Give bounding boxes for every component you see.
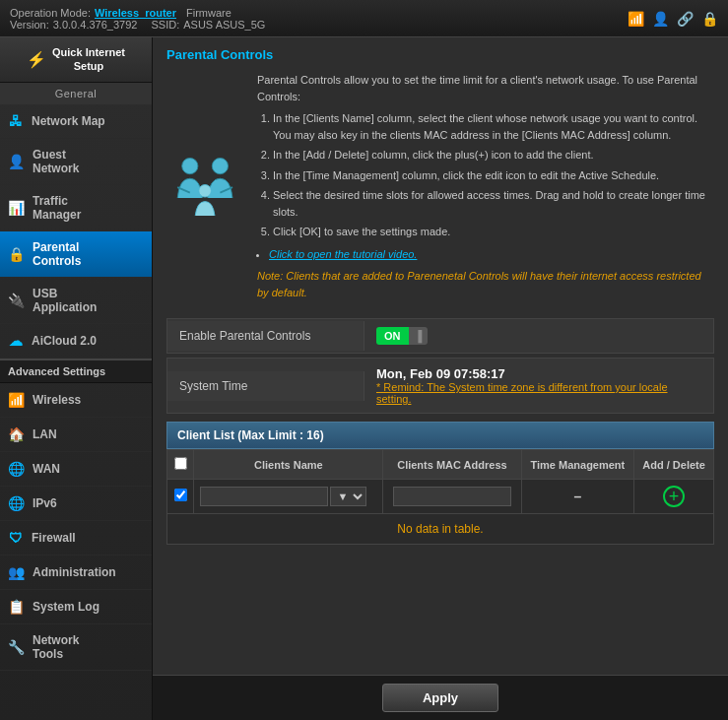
advanced-settings-header: Advanced Settings xyxy=(0,359,152,383)
signal-icon[interactable]: 📶 xyxy=(628,11,644,27)
info-section: Parental Controls allow you to set the t… xyxy=(166,72,714,306)
sidebar-item-wireless[interactable]: 📶 Wireless xyxy=(0,383,152,418)
usb-icon: 🔌 xyxy=(8,293,25,308)
no-data-cell: No data in table. xyxy=(167,514,714,545)
apply-button[interactable]: Apply xyxy=(382,684,498,712)
system-time-label: System Time xyxy=(167,371,364,401)
col-clients-mac: Clients MAC Address xyxy=(383,450,521,480)
col-add-delete: Add / Delete xyxy=(634,450,714,480)
user-icon[interactable]: 👤 xyxy=(652,11,669,27)
lock-icon[interactable]: 🔒 xyxy=(701,11,718,27)
col-time-mgmt: Time Management xyxy=(521,450,634,480)
sidebar-item-usb-application[interactable]: 🔌 USBApplication xyxy=(0,278,152,324)
note-text: Note: Clients that are added to Parenene… xyxy=(257,268,714,300)
sidebar-item-wan[interactable]: 🌐 WAN xyxy=(0,452,152,487)
steps-list: In the [Clients Name] column, select the… xyxy=(257,110,714,240)
step-1: In the [Clients Name] column, select the… xyxy=(273,110,714,143)
main-layout: ⚡ Quick InternetSetup General 🖧 Network … xyxy=(0,37,728,720)
time-mgmt-dash: – xyxy=(573,489,581,504)
sidebar-item-administration[interactable]: 👥 Administration xyxy=(0,556,152,590)
sidebar-item-label-usb: USBApplication xyxy=(33,287,97,314)
toggle-on-label[interactable]: ON xyxy=(376,327,409,345)
table-input-row: ▼ – + xyxy=(167,480,714,514)
info-text: Parental Controls allow you to set the t… xyxy=(257,72,714,306)
input-row-time-mgmt-cell: – xyxy=(521,480,634,514)
parental-controls-icon: 🔒 xyxy=(8,246,25,262)
row-checkbox[interactable] xyxy=(174,489,187,501)
network-active-icon[interactable]: 🔗 xyxy=(677,11,694,27)
sidebar-item-guest-network[interactable]: 👤 GuestNetwork xyxy=(0,139,152,185)
network-map-icon: 🖧 xyxy=(8,113,24,129)
client-table: Clients Name Clients MAC Address Time Ma… xyxy=(166,449,714,545)
intro-text: Parental Controls allow you to set the t… xyxy=(257,72,714,104)
tutorial-list: Click to open the tutorial video. xyxy=(257,246,714,263)
guest-network-icon: 👤 xyxy=(8,154,25,169)
svg-point-2 xyxy=(199,185,212,198)
sidebar-item-network-map[interactable]: 🖧 Network Map xyxy=(0,104,152,139)
client-name-input[interactable] xyxy=(200,487,328,506)
sidebar-item-label-parental-controls: ParentalControls xyxy=(33,240,81,268)
firewall-icon: 🛡 xyxy=(8,530,24,546)
sidebar-item-label-wan: WAN xyxy=(33,462,60,476)
client-name-dropdown[interactable]: ▼ xyxy=(330,487,366,506)
sidebar-item-aicloud[interactable]: ☁ AiCloud 2.0 xyxy=(0,324,152,359)
toggle-switch[interactable]: ON ▐ xyxy=(376,327,701,345)
sidebar-item-label-network-tools: NetworkTools xyxy=(33,633,79,661)
input-row-mac-cell xyxy=(383,480,521,514)
firmware-label: Firmware xyxy=(186,7,232,19)
version-value: 3.0.0.4.376_3792 xyxy=(53,19,138,31)
system-time-row: System Time Mon, Feb 09 07:58:17 * Remin… xyxy=(166,358,714,414)
select-all-checkbox[interactable] xyxy=(174,457,187,470)
sidebar-item-label-traffic-manager: TrafficManager xyxy=(33,194,81,222)
system-time-warning[interactable]: * Remind: The System time zone is differ… xyxy=(376,381,701,405)
enable-label: Enable Parental Controls xyxy=(167,321,364,351)
add-client-button[interactable]: + xyxy=(663,486,685,507)
sidebar-item-parental-controls[interactable]: 🔒 ParentalControls xyxy=(0,231,152,278)
input-row-add-cell: + xyxy=(634,480,714,514)
ssid-label: SSID: xyxy=(152,19,180,31)
version-label: Version: xyxy=(10,19,49,31)
tutorial-link[interactable]: Click to open the tutorial video. xyxy=(269,248,417,260)
aicloud-icon: ☁ xyxy=(8,333,24,349)
input-row-checkbox-cell xyxy=(167,480,194,514)
step-5: Click [OK] to save the settings made. xyxy=(273,224,714,240)
administration-icon: 👥 xyxy=(8,564,25,580)
sidebar-item-traffic-manager[interactable]: 📊 TrafficManager xyxy=(0,185,152,231)
ipv6-icon: 🌐 xyxy=(8,495,25,511)
sidebar-item-label-wireless: Wireless xyxy=(33,393,81,407)
wan-icon: 🌐 xyxy=(8,461,25,477)
content-inner: Parental Controls xyxy=(153,37,728,675)
quick-internet-setup-button[interactable]: ⚡ Quick InternetSetup xyxy=(0,37,152,83)
sidebar-item-label-firewall: Firewall xyxy=(32,531,76,545)
sidebar: ⚡ Quick InternetSetup General 🖧 Network … xyxy=(0,37,153,720)
table-header-row: Clients Name Clients MAC Address Time Ma… xyxy=(167,450,714,480)
sidebar-item-label-network-map: Network Map xyxy=(32,114,105,128)
sidebar-item-firewall[interactable]: 🛡 Firewall xyxy=(0,521,152,556)
network-tools-icon: 🔧 xyxy=(8,639,25,655)
sidebar-item-system-log[interactable]: 📋 System Log xyxy=(0,590,152,624)
content-area: Parental Controls xyxy=(153,37,728,720)
sidebar-item-lan[interactable]: 🏠 LAN xyxy=(0,418,152,452)
family-icon xyxy=(166,72,245,306)
system-time-display: Mon, Feb 09 07:58:17 xyxy=(376,366,701,381)
sidebar-item-network-tools[interactable]: 🔧 NetworkTools xyxy=(0,624,152,671)
input-row-name-cell: ▼ xyxy=(194,480,383,514)
sidebar-item-label-ipv6: IPv6 xyxy=(33,496,57,510)
no-data-row: No data in table. xyxy=(167,514,714,545)
enable-toggle: ON ▐ xyxy=(364,319,713,353)
toggle-off-slider[interactable]: ▐ xyxy=(409,327,429,345)
page-title: Parental Controls xyxy=(166,47,714,62)
step-3: In the [Time Management] column, click t… xyxy=(273,167,714,184)
sidebar-item-label-lan: LAN xyxy=(33,427,57,441)
sidebar-item-label-system-log: System Log xyxy=(33,600,99,614)
ssid-value: ASUS ASUS_5G xyxy=(183,19,265,31)
operation-mode-label: Operation Mode: xyxy=(10,7,91,19)
quick-setup-label: Quick InternetSetup xyxy=(52,45,125,74)
client-mac-input[interactable] xyxy=(393,487,511,506)
header-icons: 📶 👤 🔗 🔒 xyxy=(628,11,718,27)
name-input-container: ▼ xyxy=(200,487,376,506)
sidebar-item-label-guest-network: GuestNetwork xyxy=(33,148,79,175)
col-clients-name: Clients Name xyxy=(194,450,383,480)
sidebar-item-ipv6[interactable]: 🌐 IPv6 xyxy=(0,487,152,521)
traffic-manager-icon: 📊 xyxy=(8,200,25,216)
